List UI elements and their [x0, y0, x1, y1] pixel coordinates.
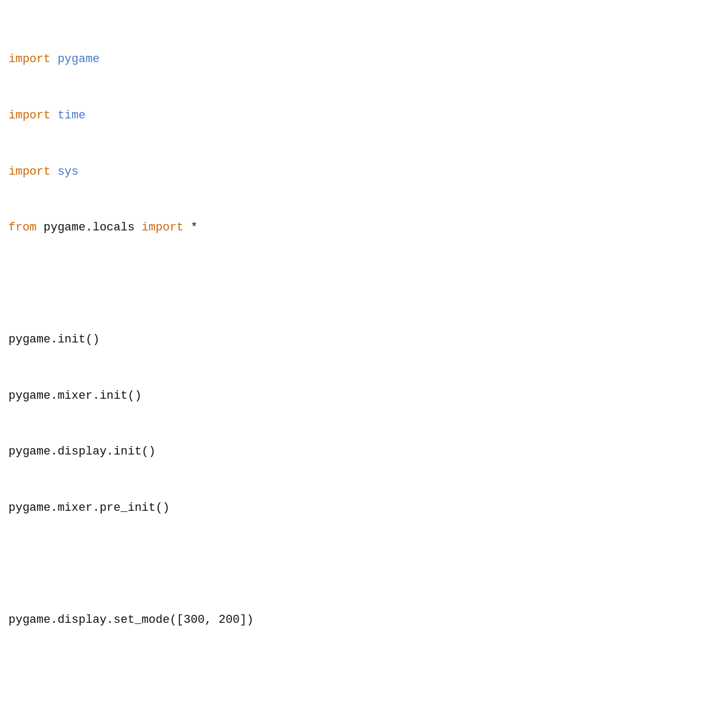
line-8: pygame.display.init() — [8, 442, 720, 461]
line-12 — [8, 667, 720, 685]
line-3: import sys — [8, 162, 720, 181]
pygame-mixer-init: pygame.mixer.init() — [8, 389, 142, 402]
line-1: import pygame — [8, 50, 720, 68]
pygame-mixer-pre-init: pygame.mixer.pre_init() — [8, 501, 170, 515]
kw-import-3: import — [8, 165, 50, 178]
mod-pygame-locals: pygame.locals — [37, 221, 142, 234]
pygame-display-init: pygame.display.init() — [8, 445, 155, 458]
line-4: from pygame.locals import * — [8, 218, 720, 237]
kw-import-4: import — [142, 221, 184, 234]
line-10 — [8, 554, 720, 573]
pygame-init: pygame.init() — [8, 333, 100, 346]
kw-import-2: import — [8, 109, 50, 122]
line-7: pygame.mixer.init() — [8, 387, 720, 405]
kw-from: from — [8, 221, 37, 234]
line-2: import time — [8, 106, 720, 125]
code-editor: import pygame import time import sys fro… — [8, 13, 720, 703]
star: * — [184, 221, 197, 234]
pygame-display-set-mode: pygame.display.set_mode([300, 200]) — [8, 613, 254, 627]
line-11: pygame.display.set_mode([300, 200]) — [8, 611, 720, 629]
kw-import-1: import — [8, 53, 50, 66]
line-9: pygame.mixer.pre_init() — [8, 499, 720, 517]
line-6: pygame.init() — [8, 330, 720, 349]
line-5 — [8, 275, 720, 293]
mod-sys: sys — [50, 165, 79, 178]
mod-time: time — [50, 109, 85, 122]
mod-pygame: pygame — [50, 53, 99, 66]
